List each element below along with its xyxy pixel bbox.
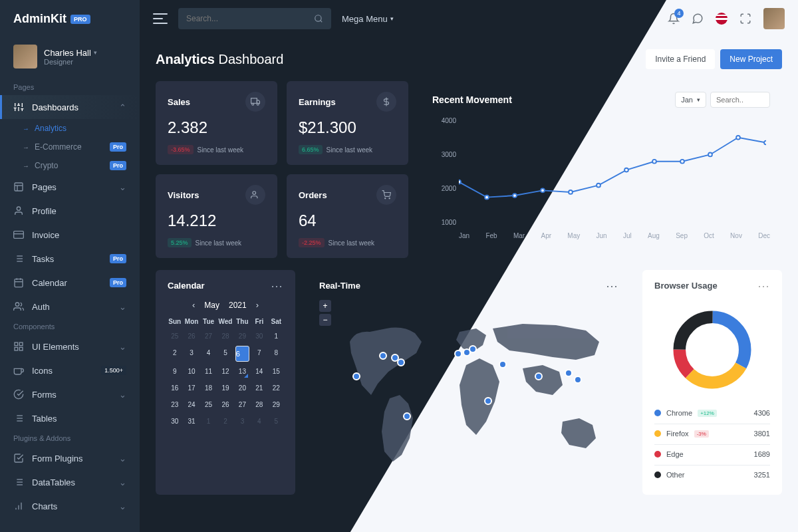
nav-profile[interactable]: Profile [0,199,140,223]
calendar-day[interactable]: 24 [184,398,198,412]
mega-menu[interactable]: Mega Menu▾ [342,14,394,24]
calendar-day[interactable]: 11 [201,364,215,378]
new-project-button[interactable]: New Project [720,49,782,69]
calendar-day[interactable]: 29 [269,398,283,412]
nav-tasks[interactable]: TasksPro [0,247,140,271]
calendar-day[interactable]: 4 [201,346,215,362]
calendar-day[interactable]: 31 [184,414,198,428]
calendar-day[interactable]: 10 [184,364,198,378]
calendar-day[interactable]: 27 [201,329,215,343]
calendar-day[interactable]: 25 [201,398,215,412]
calendar-day[interactable]: 20 [235,381,249,395]
fullscreen-button[interactable] [739,13,751,25]
notifications-button[interactable]: 4 [668,13,680,25]
nav-calendar[interactable]: CalendarPro [0,271,140,295]
nav-ui[interactable]: UI Elements⌄ [0,334,140,358]
calendar-day[interactable]: 15 [269,364,283,378]
zoom-out[interactable]: − [319,314,331,326]
calendar-day[interactable]: 25 [168,329,182,343]
calendar-day[interactable]: 22 [269,381,283,395]
cal-next[interactable]: › [256,300,259,310]
calendar-day[interactable]: 14 [252,364,266,378]
sub-analytics[interactable]: →Analytics [0,119,140,138]
search-input[interactable] [186,14,314,23]
month-selector[interactable]: Jan▾ [675,92,706,108]
nav-forms[interactable]: Forms⌄ [0,382,140,406]
more-icon[interactable]: ⋯ [757,283,770,289]
legend-row: Chrome+12%4306 [654,404,770,422]
calendar-day[interactable]: 19 [218,381,232,395]
user-card[interactable]: Charles Hall▾ Designer [0,38,140,79]
sub-ecommerce[interactable]: →E-CommercePro [0,138,140,156]
more-icon[interactable]: ⋯ [271,283,283,289]
world-map[interactable]: +− [319,300,618,473]
map-marker[interactable] [454,350,462,358]
credit-card-icon [13,229,24,240]
calendar-day[interactable]: 27 [235,398,249,412]
nav-auth[interactable]: Auth⌄ [0,295,140,319]
browser-legend: Chrome+12%4306Firefox-3%3801Edge1689Othe… [654,404,770,484]
calendar-day[interactable]: 28 [218,329,232,343]
calendar-day[interactable]: 17 [184,381,198,395]
nav-formplugins[interactable]: Form Plugins⌄ [0,446,140,470]
map-marker[interactable] [469,345,477,353]
calendar-day[interactable]: 2 [218,414,232,428]
calendar-day[interactable]: 23 [168,398,182,412]
nav-datatables[interactable]: DataTables⌄ [0,470,140,494]
map-marker[interactable] [484,397,492,405]
nav-pages[interactable]: Pages⌄ [0,175,140,199]
calendar-day[interactable]: 2 [168,346,182,362]
map-marker[interactable] [499,360,507,368]
map-marker[interactable] [379,352,387,360]
grid-icon [13,341,24,352]
calendar-day[interactable]: 21 [252,381,266,395]
calendar-day[interactable]: 4 [252,414,266,428]
calendar-day[interactable]: 5 [269,414,283,428]
svg-rect-41 [251,98,257,104]
nav-charts[interactable]: Charts⌄ [0,494,140,518]
svg-point-12 [17,207,20,210]
browser-card: Browser Usage⋯ Chrome+12%4306Firefox-3%3… [642,270,782,495]
calendar-day[interactable]: 12 [218,364,232,378]
map-marker[interactable] [403,412,411,420]
chevron-up-icon: ⌃ [119,102,126,112]
calendar-day[interactable]: 1 [269,329,283,343]
language-flag[interactable] [716,13,728,25]
calendar-day[interactable]: 16 [168,381,182,395]
more-icon[interactable]: ⋯ [606,283,618,289]
calendar-day[interactable]: 29 [235,329,249,343]
nav-icons[interactable]: Icons1.500+ [0,358,140,382]
calendar-day[interactable]: 5 [218,346,232,362]
calendar-day[interactable]: 3 [184,346,198,362]
invite-button[interactable]: Invite a Friend [646,49,715,69]
messages-button[interactable] [692,13,704,25]
zoom-in[interactable]: + [319,300,331,312]
calendar-day[interactable]: 28 [252,398,266,412]
calendar-day[interactable]: 18 [201,381,215,395]
calendar-day[interactable]: 26 [184,329,198,343]
calendar-day[interactable]: 26 [218,398,232,412]
calendar-day[interactable]: 30 [252,329,266,343]
menu-toggle[interactable] [153,13,168,24]
map-marker[interactable] [565,369,573,377]
user-avatar[interactable] [763,8,785,29]
nav-tables[interactable]: Tables [0,406,140,430]
brand[interactable]: AdminKit PRO [0,0,140,38]
nav-dashboards[interactable]: Dashboards ⌃ [0,95,140,119]
calendar-day[interactable]: 8 [269,346,283,362]
chart-search[interactable] [710,92,770,108]
calendar-day[interactable]: 1 [201,414,215,428]
calendar-day[interactable]: 9 [168,364,182,378]
map-marker[interactable] [574,376,582,384]
calendar-day[interactable]: 30 [168,414,182,428]
nav-invoice[interactable]: Invoice [0,223,140,247]
user-name: Charles Hall▾ [44,48,97,58]
map-marker[interactable] [352,372,360,380]
sub-crypto[interactable]: →CryptoPro [0,156,140,175]
calendar-day[interactable]: 13 [235,364,249,378]
calendar-day[interactable]: 6 [235,346,249,362]
calendar-day[interactable]: 3 [235,414,249,428]
calendar-day[interactable]: 7 [252,346,266,362]
cal-prev[interactable]: ‹ [192,300,195,310]
search-box[interactable] [178,8,331,29]
